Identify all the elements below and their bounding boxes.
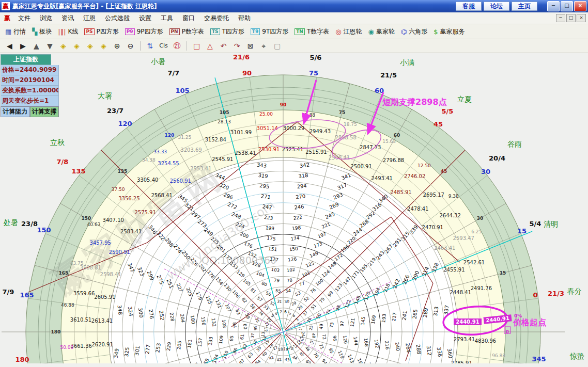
toolbar-quotes-button[interactable]: ▦行情: [2, 26, 29, 37]
calc-support-button[interactable]: 计算支撑: [30, 106, 59, 117]
draw-boxed-x-button[interactable]: ⊠: [244, 41, 257, 52]
svg-text:18.75: 18.75: [344, 122, 357, 127]
menu-item-8[interactable]: 交易委托: [199, 13, 234, 23]
toolbar-gann-wheel-button[interactable]: ◎江恩轮: [332, 26, 365, 37]
draw-up-triangle-button[interactable]: ▲: [30, 41, 43, 52]
child-close-button[interactable]: ×: [577, 14, 586, 22]
svg-text:102: 102: [286, 267, 295, 273]
svg-text:3661.36: 3661.36: [71, 343, 92, 349]
toolbar-hexagon-button[interactable]: ⌬六角形: [398, 26, 430, 37]
menu-item-9[interactable]: 帮助: [234, 13, 255, 23]
toolbar-kline-button[interactable]: |‖|K线: [55, 26, 81, 37]
menu-item-0[interactable]: 文件: [13, 13, 35, 23]
titlebar-link-1[interactable]: 论坛: [484, 2, 509, 11]
title-bar: 赢 赢家江恩专业版[赢家服务平台] - [上证指数 江恩轮] 客服论坛主页 ─□…: [0, 0, 588, 12]
toolbar-9t-square-button[interactable]: T99T四方形: [247, 26, 291, 37]
winner-wheel-label: 赢家轮: [376, 27, 395, 36]
menu-item-7[interactable]: 窗口: [178, 13, 199, 23]
svg-text:54: 54: [285, 288, 291, 294]
titlebar-link-2[interactable]: 主页: [512, 2, 537, 11]
svg-text:79: 79: [274, 277, 280, 283]
svg-text:15: 15: [500, 270, 506, 276]
draw-arc-cw-button[interactable]: ↷: [230, 41, 243, 52]
main-toolbar: ▦行情▚板块|‖|K线PSP四方形P99P四方形PNP数字表TST四方形T99T…: [0, 24, 588, 39]
svg-text:3457.95: 3457.95: [90, 240, 111, 246]
close-button[interactable]: ×: [574, 1, 586, 11]
svg-text:61: 61: [239, 334, 245, 340]
menu-item-4[interactable]: 公式选股: [100, 13, 134, 23]
svg-text:3152.84: 3152.84: [205, 137, 226, 142]
maximize-button[interactable]: □: [561, 1, 573, 11]
svg-text:0: 0: [506, 329, 509, 334]
gann-wheel-canvas[interactable]: 赢家财富网www.yingjia360.comQQ:10080036012345…: [0, 53, 588, 363]
svg-text:28.13: 28.13: [218, 119, 231, 124]
draw-arc-ccw-button[interactable]: ↶: [217, 41, 230, 52]
draw-diamond-down-button[interactable]: ◈: [97, 41, 110, 52]
menu-item-3[interactable]: 江恩: [79, 13, 100, 23]
drawing-toolbar: ◀▶▲▼◈◈◈◈⊕⊖⇅Cls㉑□△↶↷⊠⌖▢: [0, 39, 588, 53]
9t-square-icon: T9: [251, 28, 260, 35]
svg-text:3203.69: 3203.69: [180, 147, 202, 153]
quotes-label: 行情: [13, 27, 26, 36]
svg-text:90: 90: [280, 102, 287, 107]
svg-text:2485.91: 2485.91: [390, 189, 411, 195]
toolbar-winner-wheel-button[interactable]: ◉赢家轮: [365, 26, 398, 37]
toolbar-sectors-button[interactable]: ▚板块: [29, 26, 55, 37]
draw-zoom-in-button[interactable]: ⊕: [111, 41, 123, 52]
menu-app-icon: 赢: [1, 14, 13, 23]
draw-calendar-21-button[interactable]: ㉑: [171, 41, 183, 52]
draw-red-rect-button[interactable]: □: [190, 41, 203, 52]
draw-diamond-left-button[interactable]: ◈: [57, 41, 70, 52]
calc-resistance-button[interactable]: 计算阻力: [1, 106, 30, 117]
svg-text:40.63: 40.63: [87, 222, 101, 227]
toolbar-p-square-button[interactable]: PSP四方形: [81, 26, 121, 37]
svg-text:108: 108: [221, 320, 227, 328]
toolbar-p-table-button[interactable]: PNP数字表: [166, 26, 207, 37]
draw-cls-button[interactable]: Cls: [157, 41, 170, 52]
toolbar-9p-square-button[interactable]: P99P四方形: [122, 26, 166, 37]
menu-item-5[interactable]: 设置: [134, 13, 156, 23]
draw-red-triangle-button[interactable]: △: [204, 41, 216, 52]
svg-text:2493.41: 2493.41: [372, 175, 393, 181]
draw-diamond-right-button[interactable]: ◈: [70, 41, 83, 52]
draw-diamond-up-button[interactable]: ◈: [84, 41, 97, 52]
svg-text:97: 97: [339, 321, 345, 327]
svg-text:23/7: 23/7: [107, 107, 123, 115]
draw-shrink-button[interactable]: ⌖: [257, 41, 270, 52]
svg-text:180: 180: [15, 356, 29, 363]
svg-text:2793.41: 2793.41: [454, 337, 475, 342]
draw-updown-arrows-button[interactable]: ⇅: [144, 41, 157, 52]
svg-text:2455.91: 2455.91: [443, 267, 465, 273]
menu-item-2[interactable]: 资讯: [57, 13, 79, 23]
svg-text:37.50: 37.50: [112, 187, 125, 192]
draw-clear-frame-button[interactable]: ▢: [271, 41, 284, 52]
toolbar-winner-service-button[interactable]: $赢家服务: [430, 26, 468, 37]
svg-text:处暑: 处暑: [3, 218, 18, 227]
toolbar-t-table-button[interactable]: TNT数字表: [291, 26, 332, 37]
svg-text:34.38: 34.38: [142, 157, 156, 163]
svg-text:大署: 大署: [98, 92, 112, 100]
menu-item-1[interactable]: 浏览: [35, 13, 57, 23]
draw-prev-button[interactable]: ◀: [3, 41, 16, 52]
child-minimize-button[interactable]: ─: [556, 14, 565, 22]
svg-text:12: 12: [263, 327, 268, 332]
instrument-title: 上证指数: [1, 54, 51, 65]
svg-text:3356.25: 3356.25: [118, 196, 140, 201]
kline-label: K线: [68, 27, 79, 36]
draw-next-button[interactable]: ▶: [17, 41, 29, 52]
toolbar-t-square-button[interactable]: TST四方形: [207, 26, 247, 37]
draw-zoom-out-button[interactable]: ⊖: [124, 41, 137, 52]
child-restore-button[interactable]: □: [566, 14, 576, 22]
menu-item-6[interactable]: 工具: [156, 13, 178, 23]
titlebar-link-0[interactable]: 客服: [456, 2, 482, 11]
svg-text:5/5: 5/5: [442, 107, 454, 115]
svg-text:75: 75: [339, 110, 346, 115]
svg-text:21/6: 21/6: [233, 53, 250, 61]
draw-down-triangle-button[interactable]: ▼: [43, 41, 56, 52]
svg-text:2575.91: 2575.91: [134, 210, 156, 215]
minimize-button[interactable]: ─: [547, 1, 560, 11]
svg-text:0%: 0%: [514, 313, 522, 318]
svg-text:72: 72: [321, 334, 327, 340]
svg-text:43.75: 43.75: [70, 261, 84, 266]
svg-text:7/9: 7/9: [3, 288, 14, 296]
